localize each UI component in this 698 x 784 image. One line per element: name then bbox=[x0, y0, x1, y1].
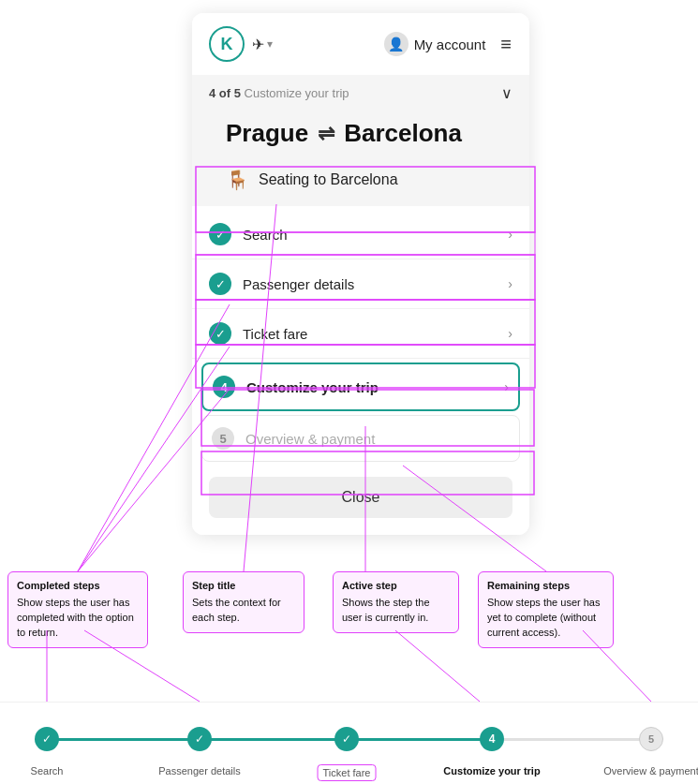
step-3-left: ✓ Ticket fare bbox=[209, 322, 307, 345]
step-num-5: 5 bbox=[212, 427, 234, 450]
step-4-left: 4 Customize your trip bbox=[213, 376, 379, 398]
annotation-step-title: Step title Sets the context for each ste… bbox=[183, 571, 304, 633]
steps-list: ✓ Search › ✓ Passenger details › ✓ Ticke… bbox=[192, 206, 529, 462]
annotation-step-title-title: Step title bbox=[192, 579, 295, 594]
step-5-left: 5 Overview & payment bbox=[212, 427, 375, 450]
progress-label-4: Customize your trip bbox=[443, 765, 540, 777]
check-icon-1: ✓ bbox=[209, 223, 231, 245]
progress-dot-2: ✓ bbox=[187, 727, 212, 751]
progress-dot-3: ✓ bbox=[334, 727, 359, 751]
nav-right: 👤 My account ≡ bbox=[384, 32, 512, 56]
flight-icon: ✈ ▾ bbox=[252, 36, 273, 53]
logo-icon: K bbox=[209, 26, 245, 62]
step-3-label: Ticket fare bbox=[243, 326, 307, 342]
step-1-chevron: › bbox=[508, 227, 512, 242]
booking-card: K ✈ ▾ 👤 My account ≡ 4 of 5 Customize yo… bbox=[192, 13, 529, 535]
route-to: Barcelona bbox=[344, 119, 462, 148]
progress-dot-5: 5 bbox=[639, 727, 663, 751]
step-item-search[interactable]: ✓ Search › bbox=[192, 210, 529, 259]
step-4-chevron: › bbox=[504, 379, 509, 394]
route-section: Prague ⇌ Barcelona bbox=[209, 111, 512, 159]
logo-area: K ✈ ▾ bbox=[209, 26, 273, 62]
bottom-progress-bar: ✓ Search ✓ Passenger details ✓ Ticket fa… bbox=[0, 702, 698, 784]
progress-filled bbox=[47, 738, 482, 741]
seating-section: 🪑 Seating to Barcelona bbox=[209, 159, 512, 206]
step-num-4: 4 bbox=[213, 376, 235, 398]
annotation-active: Active step Shows the step the user is c… bbox=[333, 571, 459, 633]
step-counter: 4 of 5 Customize your trip bbox=[209, 86, 349, 100]
account-icon: 👤 bbox=[384, 32, 408, 56]
svg-line-7 bbox=[395, 630, 480, 702]
step-1-label: Search bbox=[243, 227, 288, 243]
annotation-completed: Completed steps Show steps the user has … bbox=[7, 571, 148, 648]
card-nav: K ✈ ▾ 👤 My account ≡ bbox=[192, 13, 529, 75]
step-item-overview: 5 Overview & payment bbox=[201, 415, 520, 462]
step-2-chevron: › bbox=[508, 276, 512, 291]
progress-dot-4: 4 bbox=[480, 727, 504, 751]
step-item-ticket[interactable]: ✓ Ticket fare › bbox=[192, 309, 529, 359]
account-area[interactable]: 👤 My account bbox=[384, 32, 486, 56]
annotation-step-title-desc: Sets the context for each step. bbox=[192, 597, 281, 623]
route-from: Prague bbox=[226, 119, 308, 148]
close-button[interactable]: Close bbox=[209, 477, 512, 518]
step-2-label: Passenger details bbox=[243, 276, 354, 292]
progress-label-2: Passenger details bbox=[158, 765, 240, 777]
progress-dot-1: ✓ bbox=[35, 727, 59, 751]
annotation-remaining-title: Remaining steps bbox=[487, 579, 604, 594]
progress-bar-area: 4 of 5 Customize your trip ∨ Prague ⇌ Ba… bbox=[192, 75, 529, 206]
step-3-chevron: › bbox=[508, 326, 512, 341]
step-item-passenger[interactable]: ✓ Passenger details › bbox=[192, 259, 529, 309]
route-title: Prague ⇌ Barcelona bbox=[226, 119, 496, 148]
arrows-icon: ⇌ bbox=[318, 122, 334, 146]
step-2-left: ✓ Passenger details bbox=[209, 273, 354, 295]
annotation-completed-desc: Show steps the user has completed with t… bbox=[17, 597, 134, 638]
hamburger-icon[interactable]: ≡ bbox=[500, 34, 512, 55]
progress-label-1: Search bbox=[31, 765, 64, 777]
step-4-label: Customize your trip bbox=[246, 379, 379, 395]
seating-label: Seating to Barcelona bbox=[259, 171, 398, 188]
step-item-customize[interactable]: 4 Customize your trip › bbox=[201, 362, 520, 411]
seat-icon: 🪑 bbox=[226, 169, 249, 191]
step-indicator: 4 of 5 Customize your trip ∨ bbox=[209, 84, 512, 111]
progress-label-3: Ticket fare bbox=[318, 764, 377, 781]
annotation-completed-title: Completed steps bbox=[17, 579, 139, 594]
check-icon-3: ✓ bbox=[209, 322, 231, 345]
annotation-active-title: Active step bbox=[342, 579, 450, 594]
annotation-remaining: Remaining steps Show steps the user has … bbox=[478, 571, 614, 648]
chevron-down-icon[interactable]: ∨ bbox=[501, 84, 512, 102]
check-icon-2: ✓ bbox=[209, 273, 231, 295]
close-btn-area: Close bbox=[192, 466, 529, 535]
step-5-label: Overview & payment bbox=[245, 431, 375, 447]
progress-label-5: Overview & payment bbox=[603, 765, 698, 777]
step-1-left: ✓ Search bbox=[209, 223, 288, 245]
account-label: My account bbox=[414, 37, 486, 52]
annotation-active-desc: Shows the step the user is currently in. bbox=[342, 597, 430, 623]
annotation-remaining-desc: Show steps the user has yet to complete … bbox=[487, 597, 600, 638]
